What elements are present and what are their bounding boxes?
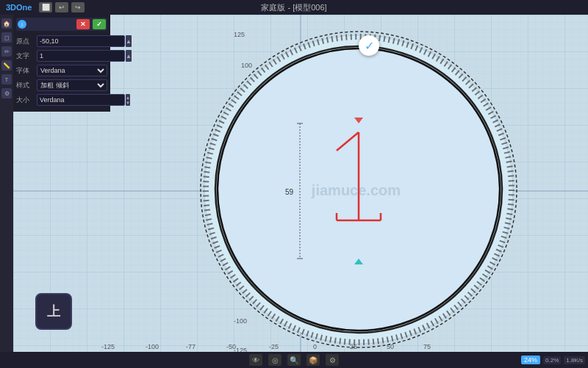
stat-speed: 1.8K/s: [564, 356, 585, 364]
bottom-icon-settings[interactable]: ⚙: [326, 354, 339, 366]
view-label: 上: [47, 303, 60, 320]
svg-text:100: 100: [241, 62, 252, 69]
topbar-icons: ⬜ ↩ ↪: [39, 2, 85, 12]
input-origin[interactable]: [37, 35, 125, 47]
bottom-bar: 👁 ◎ 🔍 📦 ⚙ 24% 0.2% 1.8K/s: [0, 352, 588, 368]
form-row-origin: 原点 ▲: [16, 35, 107, 47]
form-row-text: 文字 ▲: [16, 50, 107, 62]
svg-text:-77: -77: [186, 343, 196, 350]
view-top-button[interactable]: 上: [35, 293, 72, 330]
svg-text:0: 0: [313, 343, 317, 350]
sidebar-icon-text[interactable]: T: [1, 74, 12, 84]
stat-cpu: 0.2%: [543, 356, 561, 364]
svg-text:59: 59: [285, 188, 294, 196]
zoom-level: 24%: [521, 356, 540, 364]
topbar: 3DOne ⬜ ↩ ↪ 家庭版 - [模型006]: [0, 0, 588, 15]
confirm-button[interactable]: ✓: [359, 35, 379, 56]
topbar-icon-save[interactable]: ⬜: [39, 2, 52, 12]
svg-text:-25: -25: [269, 343, 279, 350]
input-origin-up[interactable]: ▲: [126, 35, 132, 47]
bottom-icon-box[interactable]: 📦: [306, 354, 320, 366]
label-text: 文字: [16, 51, 37, 61]
form-row-size: 大小 ▲ ▼: [16, 94, 107, 106]
label-size: 大小: [16, 95, 37, 105]
input-size[interactable]: [37, 94, 125, 106]
bottom-icon-zoom[interactable]: 🔍: [287, 354, 301, 366]
confirm-check-icon: ✓: [365, 39, 374, 53]
form-panel: i ✕ ✓ 原点 ▲ 文字 ▲ 字体 Verdana 样式 加粗 倾斜 大小 ▲…: [13, 15, 110, 112]
topbar-icon-redo[interactable]: ↪: [71, 2, 85, 12]
window-title: 家庭版 - [模型006]: [261, 2, 326, 13]
topbar-icon-undo[interactable]: ↩: [55, 2, 68, 12]
bottom-right-info: 24% 0.2% 1.8K/s: [521, 356, 585, 364]
form-cancel-button[interactable]: ✕: [76, 19, 90, 29]
label-font: 字体: [16, 66, 37, 76]
sidebar-icon-home[interactable]: 🏠: [1, 18, 12, 29]
form-info-icon: i: [18, 20, 26, 29]
select-style[interactable]: 加粗 倾斜: [37, 79, 107, 91]
input-text-up[interactable]: ▲: [126, 50, 132, 62]
svg-text:-125: -125: [101, 343, 115, 350]
app-logo: 3DOne: [6, 3, 32, 12]
sidebar-icon-measure[interactable]: 📏: [1, 60, 12, 71]
bottom-icon-eye[interactable]: 👁: [249, 354, 262, 366]
form-row-style: 样式 加粗 倾斜: [16, 79, 107, 91]
input-text[interactable]: [37, 50, 125, 62]
label-style: 样式: [16, 81, 37, 90]
svg-text:-100: -100: [234, 317, 247, 325]
svg-text:125: 125: [234, 31, 245, 38]
select-font[interactable]: Verdana: [37, 65, 107, 76]
form-header: i ✕ ✓: [16, 18, 107, 31]
svg-text:-100: -100: [146, 343, 159, 350]
input-size-spinner[interactable]: ▲ ▼: [126, 94, 130, 106]
sidebar-icon-edit[interactable]: ✏: [1, 46, 12, 57]
sidebar-icon-settings[interactable]: ⚙: [1, 88, 12, 98]
sidebar-icon-shape[interactable]: ◻: [1, 32, 12, 43]
svg-text:25: 25: [350, 343, 357, 350]
label-origin: 原点: [16, 37, 37, 46]
svg-text:75: 75: [423, 343, 431, 350]
tool-sidebar: 🏠 ◻ ✏ 📏 T ⚙: [0, 15, 13, 368]
form-ok-button[interactable]: ✓: [93, 19, 106, 29]
bottom-icon-circle[interactable]: ◎: [268, 354, 282, 366]
form-row-font: 字体 Verdana: [16, 65, 107, 76]
svg-text:-50: -50: [226, 343, 236, 350]
